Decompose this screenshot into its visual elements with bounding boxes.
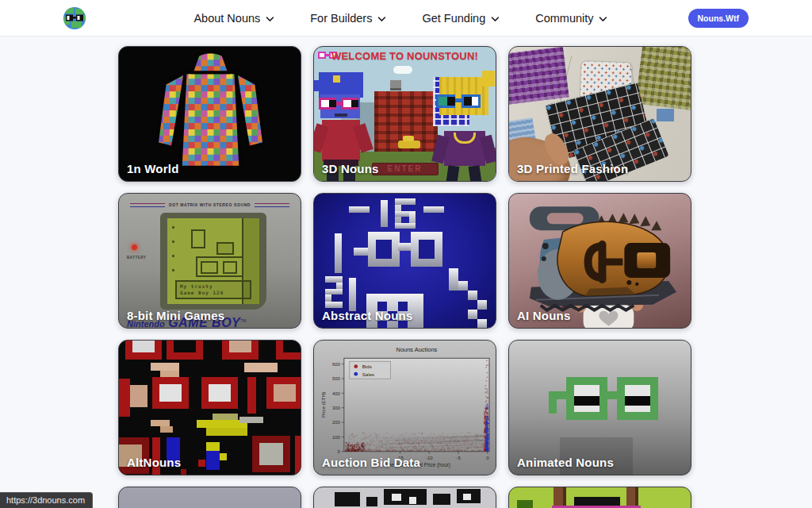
- card-title: AI Nouns: [517, 309, 570, 322]
- red-noggles: [276, 340, 301, 360]
- red-noggles: [266, 377, 301, 409]
- y-axis-label: Price (ETH): [320, 392, 326, 418]
- pixel-digit-6: [395, 198, 416, 229]
- chevron-down-icon: [266, 17, 274, 21]
- pixel: [220, 453, 227, 460]
- card-title: 8-bit Mini Games: [127, 309, 224, 322]
- tan-lens: [130, 385, 147, 407]
- card-ai-nouns[interactable]: AI Nouns: [508, 193, 691, 329]
- legend-bids-dot: [354, 364, 358, 368]
- noggles-top-bar: [574, 497, 620, 506]
- enter-button-graphic: ENTER: [372, 163, 439, 175]
- card-row4-1[interactable]: [118, 487, 301, 508]
- nav-for-builders[interactable]: For Builders: [310, 12, 385, 25]
- pixel-gap: [392, 494, 401, 501]
- card-abstract-nouns[interactable]: Abstract Nouns: [313, 193, 496, 329]
- red-bar: [119, 379, 130, 417]
- red-noggles: [152, 377, 189, 409]
- tv: [216, 242, 234, 255]
- red-bar: [247, 377, 256, 414]
- nouns-wtf-button[interactable]: Nouns.Wtf: [688, 9, 749, 28]
- glasses-left-lens: [368, 232, 400, 267]
- welcome-banner-text: WELCOME TO NOUNSTOUN!: [314, 50, 496, 62]
- taxi-cab: [403, 136, 414, 141]
- svg-text:100: 100: [332, 435, 341, 440]
- red-noggles: [222, 340, 259, 360]
- svg-text:-10: -10: [426, 456, 433, 460]
- card-auction-bid-data[interactable]: Nouns Auctions 0100200300400500600-15-10…: [313, 340, 496, 475]
- stripe-line: [130, 203, 165, 207]
- dark-green-pixel: [517, 500, 533, 508]
- chart-title: Nouns Auctions: [396, 346, 438, 353]
- chevron-down-icon: [491, 17, 499, 21]
- nav-label: About Nouns: [193, 12, 260, 25]
- pixel-figure-head: [206, 442, 220, 451]
- nav-label: Community: [535, 12, 593, 25]
- card-title: 3D Printed Fashion: [517, 162, 628, 175]
- link-status-bar: https://3dnouns.com: [0, 492, 93, 508]
- card-animated-nouns[interactable]: Animated Nouns: [508, 340, 691, 475]
- screen-text-line2: Game Boy 126: [180, 290, 224, 295]
- cabinet: [196, 256, 243, 277]
- glasses-right-lens: [411, 232, 442, 267]
- svg-text:0: 0: [338, 449, 341, 454]
- bolt: [542, 243, 549, 249]
- red-noggles: [201, 377, 238, 409]
- card-row4-3[interactable]: [508, 487, 691, 508]
- pixel-gap: [409, 497, 416, 504]
- glasses-right-frame: [617, 377, 658, 420]
- yellow-step: [206, 428, 247, 436]
- blue-pixel-patch: [657, 109, 674, 121]
- gameboy-screen: My trusty Game Boy 126: [167, 218, 259, 304]
- card-row4-2[interactable]: [313, 487, 496, 508]
- voxel-character-right: [433, 69, 496, 182]
- card-8bit-mini-games[interactable]: DOT MATRIX WITH STEREO SOUND My trusty G…: [118, 193, 301, 329]
- handle-hole: [547, 213, 584, 224]
- chevron-down-icon: [599, 17, 607, 21]
- dark-red-noggles: [252, 436, 290, 472]
- dot-matrix-text: DOT MATRIX WITH STEREO SOUND: [169, 202, 251, 207]
- dot-matrix-stripe: DOT MATRIX WITH STEREO SOUND: [130, 202, 289, 208]
- pixel-block: [335, 492, 360, 506]
- stripe-line: [255, 203, 289, 207]
- tan-step: [160, 371, 179, 377]
- pixel-figure-body: [206, 451, 220, 470]
- tan-step: [244, 363, 278, 372]
- legend-sales-label: Sales: [362, 371, 374, 377]
- cloud: [393, 66, 412, 74]
- svg-text:600: 600: [332, 362, 341, 367]
- glasses-bridge: [607, 391, 617, 399]
- poster: [191, 229, 205, 248]
- pixel-dash: [423, 206, 444, 213]
- nouns-globe-logo[interactable]: [63, 6, 86, 30]
- bolt: [542, 256, 546, 261]
- svg-text:-5: -5: [456, 456, 461, 460]
- olive-pixel-patch: [635, 46, 691, 110]
- yellow-step: [213, 414, 238, 420]
- card-title: 1n World: [127, 162, 179, 175]
- gray-step: [239, 417, 263, 423]
- card-altnouns[interactable]: AltNouns: [118, 340, 301, 475]
- nav-get-funding[interactable]: Get Funding: [422, 12, 499, 25]
- nav-community[interactable]: Community: [535, 12, 607, 25]
- glasses-arm-stub: [354, 248, 368, 256]
- card-3d-nouns[interactable]: WELCOME TO NOUNSTOUN! ENTER 3D Nouns: [313, 46, 496, 182]
- red-bar: [295, 436, 301, 475]
- svg-text:500: 500: [332, 376, 341, 381]
- card-title: AltNouns: [127, 456, 181, 469]
- card-3d-printed-fashion[interactable]: 3D Printed Fashion: [508, 46, 691, 182]
- tan-step: [151, 363, 179, 371]
- svg-text:300: 300: [332, 406, 341, 410]
- glasses-bridge: [398, 243, 411, 251]
- nav-about-nouns[interactable]: About Nouns: [193, 12, 274, 25]
- red-noggles: [167, 340, 203, 360]
- pixel-gap: [463, 494, 471, 500]
- legend-bids-label: Bids: [362, 364, 372, 369]
- pixel-block: [384, 489, 427, 505]
- card-1n-world[interactable]: 1n World: [118, 46, 301, 182]
- screen-text-line1: My trusty: [180, 283, 213, 289]
- svg-text:200: 200: [332, 420, 341, 425]
- card-title: Auction Bid Data: [322, 456, 420, 469]
- purple-pixel-patch: [508, 47, 569, 105]
- glasses-arm-bar: [335, 233, 342, 273]
